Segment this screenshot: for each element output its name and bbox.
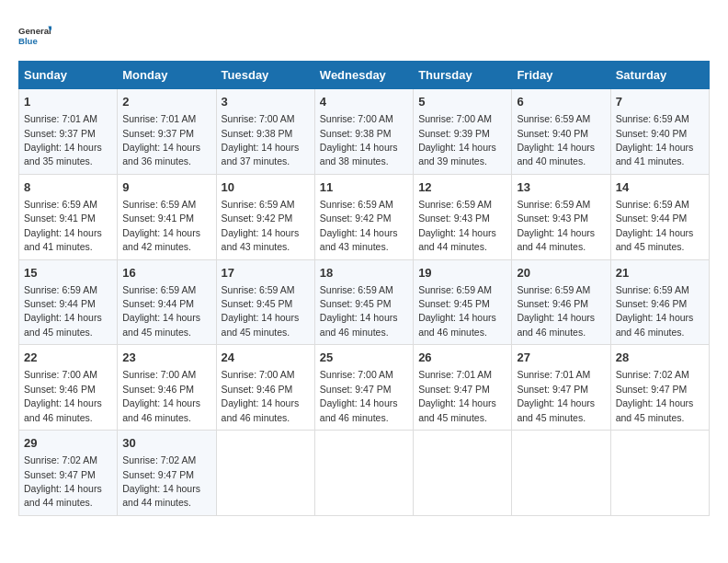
calendar-day-19: 19Sunrise: 6:59 AMSunset: 9:45 PMDayligh… [414,259,512,345]
calendar-day-16: 16Sunrise: 6:59 AMSunset: 9:44 PMDayligh… [118,259,216,345]
calendar-day-1: 1Sunrise: 7:01 AMSunset: 9:37 PMDaylight… [19,89,118,175]
page-header: General Blue [18,18,710,52]
calendar-week-4: 22Sunrise: 7:00 AMSunset: 9:46 PMDayligh… [19,345,710,431]
calendar-day-15: 15Sunrise: 6:59 AMSunset: 9:44 PMDayligh… [19,259,118,345]
calendar-day-28: 28Sunrise: 7:02 AMSunset: 9:47 PMDayligh… [610,345,709,431]
header-thursday: Thursday [414,62,512,89]
calendar-day-29: 29Sunrise: 7:02 AMSunset: 9:47 PMDayligh… [19,431,118,516]
calendar-day-13: 13Sunrise: 6:59 AMSunset: 9:43 PMDayligh… [512,174,610,259]
calendar-day-17: 17Sunrise: 6:59 AMSunset: 9:45 PMDayligh… [216,259,314,345]
calendar-day-empty [414,431,512,516]
calendar-day-empty [314,431,413,516]
calendar-week-1: 1Sunrise: 7:01 AMSunset: 9:37 PMDaylight… [19,89,710,175]
calendar-day-5: 5Sunrise: 7:00 AMSunset: 9:39 PMDaylight… [414,89,512,175]
calendar-day-4: 4Sunrise: 7:00 AMSunset: 9:38 PMDaylight… [314,89,413,175]
calendar-day-empty [216,431,314,516]
calendar-day-3: 3Sunrise: 7:00 AMSunset: 9:38 PMDaylight… [216,89,314,175]
calendar-day-26: 26Sunrise: 7:01 AMSunset: 9:47 PMDayligh… [414,345,512,431]
calendar-day-24: 24Sunrise: 7:00 AMSunset: 9:46 PMDayligh… [216,345,314,431]
calendar-day-30: 30Sunrise: 7:02 AMSunset: 9:47 PMDayligh… [118,431,216,516]
header-friday: Friday [512,62,610,89]
calendar-table: SundayMondayTuesdayWednesdayThursdayFrid… [18,61,710,516]
logo-svg: General Blue [18,18,51,52]
calendar-day-10: 10Sunrise: 6:59 AMSunset: 9:42 PMDayligh… [216,174,314,259]
calendar-day-21: 21Sunrise: 6:59 AMSunset: 9:46 PMDayligh… [610,259,709,345]
svg-text:General: General [18,26,51,36]
calendar-day-11: 11Sunrise: 6:59 AMSunset: 9:42 PMDayligh… [314,174,413,259]
calendar-day-6: 6Sunrise: 6:59 AMSunset: 9:40 PMDaylight… [512,89,610,175]
calendar-day-12: 12Sunrise: 6:59 AMSunset: 9:43 PMDayligh… [414,174,512,259]
svg-text:Blue: Blue [18,36,38,46]
header-saturday: Saturday [610,62,709,89]
logo: General Blue [18,18,51,52]
calendar-day-empty [512,431,610,516]
calendar-header-row: SundayMondayTuesdayWednesdayThursdayFrid… [19,62,710,89]
calendar-day-18: 18Sunrise: 6:59 AMSunset: 9:45 PMDayligh… [314,259,413,345]
calendar-day-empty [610,431,709,516]
header-monday: Monday [118,62,216,89]
calendar-week-3: 15Sunrise: 6:59 AMSunset: 9:44 PMDayligh… [19,259,710,345]
calendar-day-2: 2Sunrise: 7:01 AMSunset: 9:37 PMDaylight… [118,89,216,175]
calendar-day-27: 27Sunrise: 7:01 AMSunset: 9:47 PMDayligh… [512,345,610,431]
calendar-day-7: 7Sunrise: 6:59 AMSunset: 9:40 PMDaylight… [610,89,709,175]
calendar-day-25: 25Sunrise: 7:00 AMSunset: 9:47 PMDayligh… [314,345,413,431]
calendar-day-9: 9Sunrise: 6:59 AMSunset: 9:41 PMDaylight… [118,174,216,259]
calendar-day-22: 22Sunrise: 7:00 AMSunset: 9:46 PMDayligh… [19,345,118,431]
header-tuesday: Tuesday [216,62,314,89]
header-wednesday: Wednesday [314,62,413,89]
calendar-day-20: 20Sunrise: 6:59 AMSunset: 9:46 PMDayligh… [512,259,610,345]
calendar-week-2: 8Sunrise: 6:59 AMSunset: 9:41 PMDaylight… [19,174,710,259]
calendar-day-14: 14Sunrise: 6:59 AMSunset: 9:44 PMDayligh… [610,174,709,259]
header-sunday: Sunday [19,62,118,89]
calendar-day-8: 8Sunrise: 6:59 AMSunset: 9:41 PMDaylight… [19,174,118,259]
calendar-day-23: 23Sunrise: 7:00 AMSunset: 9:46 PMDayligh… [118,345,216,431]
calendar-week-5: 29Sunrise: 7:02 AMSunset: 9:47 PMDayligh… [19,431,710,516]
